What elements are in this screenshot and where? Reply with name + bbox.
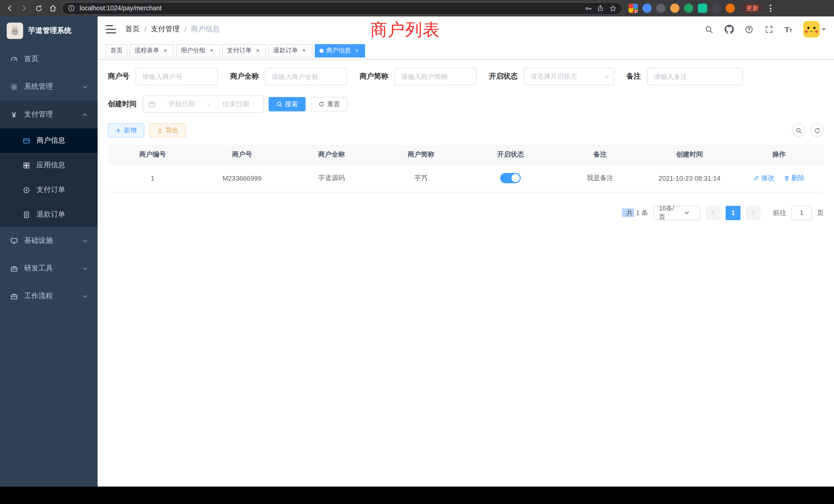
remark-input[interactable] <box>647 68 743 85</box>
sidebar-item-home[interactable]: 首页 <box>0 45 97 73</box>
cell-merchant-no: M233666999 <box>197 164 287 192</box>
sidebar-item-system[interactable]: 系统管理 <box>0 73 97 100</box>
breadcrumb: 首页 / 支付管理 / 商户信息 <box>125 25 220 34</box>
breadcrumb-payment[interactable]: 支付管理 <box>151 25 180 34</box>
target-icon <box>22 186 30 194</box>
sidebar-item-infrastructure[interactable]: 基础设施 <box>0 227 97 255</box>
logo-avatar-icon <box>7 23 23 39</box>
sidebar-item-label: 系统管理 <box>24 82 53 91</box>
extension-blue-drop-icon[interactable] <box>642 4 652 13</box>
sidebar-item-app-info[interactable]: 应用信息 <box>0 153 97 178</box>
extension-face-icon[interactable] <box>726 4 735 13</box>
sidebar-item-label: 工作流程 <box>24 292 53 301</box>
sidebar-item-dev-tools[interactable]: 研发工具 <box>0 255 97 282</box>
back-icon[interactable] <box>4 3 16 14</box>
delete-link[interactable]: 删除 <box>784 174 805 183</box>
avatar <box>803 21 820 38</box>
address-bar[interactable]: localhost:1024/pay/merchant <box>62 2 622 15</box>
sidebar-toggle-icon[interactable] <box>106 25 116 33</box>
extension-colorful-icon[interactable]: 10 <box>629 4 638 13</box>
logo[interactable]: 芋道管理系统 <box>0 17 97 45</box>
forward-icon[interactable] <box>19 3 30 14</box>
cell-create-time: 2021-10-23 08:31:14 <box>645 164 734 192</box>
tab-user-group[interactable]: 用户分组 × <box>176 44 220 57</box>
document-icon <box>22 210 30 219</box>
sidebar-item-label: 首页 <box>24 54 39 64</box>
bottom-black-bar <box>0 486 834 504</box>
page-content: 商户号 商户全称 商户简称 开启状态 请选择开启状态 <box>97 60 834 486</box>
sidebar-item-pay-order[interactable]: 支付订单 <box>0 178 97 202</box>
refresh-table-button[interactable] <box>810 124 824 137</box>
share-icon[interactable] <box>596 4 605 12</box>
status-select[interactable]: 请选择开启状态 <box>524 68 614 85</box>
cell-remark: 我是备注 <box>555 164 645 192</box>
chevron-down-icon <box>82 238 88 244</box>
top-navbar: 首页 / 支付管理 / 商户信息 TT <box>97 17 834 42</box>
date-range-picker[interactable]: 开始日期 - 结束日期 <box>143 95 263 113</box>
tab-home[interactable]: 首页 <box>106 44 127 57</box>
calendar-icon <box>148 100 156 108</box>
password-key-icon[interactable] <box>584 4 592 12</box>
tab-merchant-info[interactable]: 商户信息 × <box>315 44 365 57</box>
close-icon[interactable]: × <box>254 47 261 54</box>
sidebar-menu: 首页 系统管理 ¥ 支付管理 商户信息 <box>0 45 97 310</box>
bookmark-star-icon[interactable] <box>609 4 617 12</box>
add-button[interactable]: 新增 <box>108 123 144 138</box>
tab-process-form[interactable]: 流程表单 × <box>130 44 174 57</box>
full-name-input[interactable] <box>265 68 347 85</box>
github-icon[interactable] <box>724 25 733 34</box>
sidebar-item-label: 应用信息 <box>37 161 65 170</box>
page-unit-label: 页 <box>817 208 824 217</box>
sidebar-item-merchant-info[interactable]: 商户信息 <box>0 128 97 153</box>
sidebar-item-refund-order[interactable]: 退款订单 <box>0 202 97 227</box>
reset-button[interactable]: 重置 <box>311 97 348 111</box>
toggle-search-button[interactable] <box>792 124 805 137</box>
page-info-icon[interactable] <box>67 4 75 12</box>
edit-link[interactable]: 修改 <box>753 174 774 183</box>
home-icon[interactable] <box>47 3 59 14</box>
tab-refund-order[interactable]: 退款订单 × <box>269 44 312 57</box>
yen-icon: ¥ <box>10 110 18 118</box>
short-name-input[interactable] <box>394 68 477 85</box>
close-icon[interactable]: × <box>353 47 360 54</box>
extension-green-circle-icon[interactable] <box>684 4 693 13</box>
extension-badge: 10 <box>633 9 638 13</box>
page-size-select[interactable]: 10条/页 <box>653 206 701 220</box>
prev-page-button[interactable] <box>706 206 721 220</box>
browser-update-button[interactable]: 更新 <box>741 3 764 14</box>
page-number-button[interactable]: 1 <box>726 206 741 220</box>
extension-puzzle-icon[interactable] <box>712 4 721 13</box>
reload-icon[interactable] <box>33 3 44 14</box>
help-icon[interactable] <box>744 25 754 34</box>
tab-pay-order[interactable]: 支付订单 × <box>222 44 266 57</box>
status-toggle[interactable] <box>500 173 521 183</box>
browser-menu-icon[interactable] <box>767 5 774 12</box>
fullscreen-icon[interactable] <box>764 25 774 34</box>
url-text[interactable]: localhost:1024/pay/merchant <box>80 5 580 12</box>
merchant-no-input[interactable] <box>136 68 218 85</box>
pagination: 共 1 条 10条/页 1 前往 页 <box>108 206 824 220</box>
sidebar-item-workflow[interactable]: 工作流程 <box>0 282 97 310</box>
extension-green-square-icon[interactable] <box>698 4 707 13</box>
chevron-down-icon <box>82 293 88 299</box>
close-icon[interactable]: × <box>208 47 215 54</box>
extension-dark-circle-icon[interactable] <box>656 4 665 13</box>
sidebar-item-payment[interactable]: ¥ 支付管理 <box>0 100 97 128</box>
search-button[interactable]: 搜索 <box>269 97 306 111</box>
chevron-down-icon <box>603 73 610 79</box>
close-icon[interactable]: × <box>301 47 308 54</box>
extension-avatar-icon[interactable] <box>670 4 679 13</box>
export-button[interactable]: 导出 <box>150 123 186 138</box>
user-menu[interactable] <box>803 21 826 38</box>
download-icon <box>157 128 163 133</box>
grid-icon <box>22 161 30 169</box>
next-page-button[interactable] <box>746 206 761 220</box>
filter-status: 开启状态 请选择开启状态 <box>489 68 614 85</box>
font-size-icon[interactable]: TT <box>785 25 792 33</box>
active-dot <box>320 48 324 53</box>
close-icon[interactable]: × <box>162 47 169 54</box>
breadcrumb-home[interactable]: 首页 <box>125 25 140 34</box>
goto-page-input[interactable] <box>791 206 812 220</box>
search-icon[interactable] <box>704 25 714 34</box>
gear-icon <box>10 83 18 91</box>
